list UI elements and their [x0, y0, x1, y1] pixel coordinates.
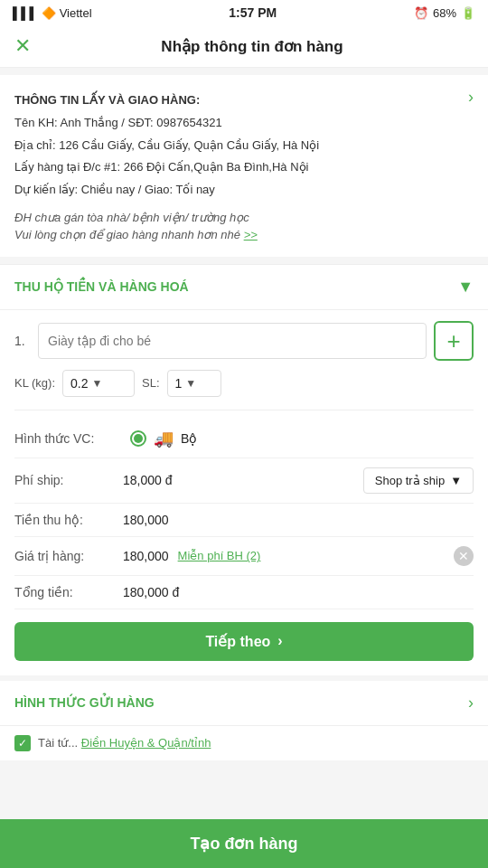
tiep-theo-button[interactable]: Tiếp theo › — [14, 622, 474, 661]
tien-thu-ho-value: 180,000 — [123, 513, 169, 527]
address-note-text: ĐH chưa gán tòa nhà/ bệnh viện/ trường h… — [14, 211, 249, 224]
partial-link[interactable]: Điền Huyện & Quận/tỉnh — [81, 736, 211, 750]
battery-label: 68% — [433, 6, 456, 20]
tong-tien-label: Tổng tiền: — [14, 585, 123, 599]
page-header: ✕ Nhập thông tin đơn hàng — [0, 25, 488, 68]
gui-hang-expand-icon[interactable]: › — [468, 693, 474, 712]
tong-tien-row: Tổng tiền: 180,000 đ — [14, 576, 474, 609]
address-note-sub: Vui lòng chọn để giao hàng nhanh hơn nhé — [14, 228, 240, 241]
tong-tien-value: 180,000 đ — [123, 585, 179, 599]
gia-tri-hang-label: Giá trị hàng: — [14, 549, 123, 563]
thu-ho-title: THU HỘ TIỀN VÀ HÀNG HOÁ — [14, 279, 189, 294]
customer-name: Tên KH: Anh Thắng / SĐT: 0987654321 — [14, 114, 319, 133]
shop-tra-ship-button[interactable]: Shop trả ship ▼ — [363, 467, 474, 494]
gui-hang-title: HÌNH THỨC GỬI HÀNG — [14, 695, 155, 710]
delivery-expand-icon[interactable]: › — [468, 88, 474, 107]
address-note: ĐH chưa gán tòa nhà/ bệnh viện/ trường h… — [14, 209, 474, 244]
vc-radio[interactable] — [130, 430, 146, 447]
status-time: 1:57 PM — [229, 5, 277, 20]
item-number: 1. — [14, 334, 31, 348]
carrier-label: Viettel — [60, 6, 92, 20]
partial-text: Tài tứ... Điền Huyện & Quận/tỉnh — [38, 736, 211, 750]
delivery-info-card: THÔNG TIN LẤY VÀ GIAO HÀNG: Tên KH: Anh … — [0, 75, 488, 257]
truck-icon: 🚚 — [154, 429, 174, 448]
tien-thu-ho-label: Tiền thu hộ: — [14, 513, 123, 527]
pickup-address: Lấy hàng tại Đ/c #1: 266 Đội Cấn,Quận Ba… — [14, 158, 319, 177]
vc-radio-inner — [134, 434, 143, 443]
add-item-button[interactable]: + — [434, 321, 474, 361]
sl-select[interactable]: 1 ▼ — [167, 370, 221, 397]
address-note-link[interactable]: >> — [244, 228, 258, 241]
mien-phi-bh-link[interactable]: Miễn phí BH (2) — [178, 549, 261, 562]
phi-ship-row: Phí ship: 18,000 đ Shop trả ship ▼ — [14, 458, 474, 504]
thu-ho-chevron-icon[interactable]: ▼ — [457, 278, 474, 297]
phi-ship-label: Phí ship: — [14, 473, 123, 487]
checkmark-icon: ✓ — [18, 737, 27, 750]
gia-tri-close-button[interactable]: ✕ — [454, 546, 474, 566]
status-bar: ▌▌▌ 🔶 Viettel 1:57 PM ⏰ 68% 🔋 — [0, 0, 488, 25]
gia-tri-hang-row: Giá trị hàng: 180,000 Miễn phí BH (2) ✕ — [14, 537, 474, 576]
sl-dropdown-icon: ▼ — [185, 377, 196, 390]
wifi-icon: 🔶 — [42, 6, 56, 20]
signal-icon: ▌▌▌ — [13, 6, 38, 20]
kl-select[interactable]: 0.2 ▼ — [62, 370, 135, 397]
thu-ho-section-header[interactable]: THU HỘ TIỀN VÀ HÀNG HOÁ ▼ — [0, 264, 488, 310]
customer-address: Địa chỉ: 126 Cầu Giấy, Cầu Giấy, Quận Cầ… — [14, 137, 319, 156]
tiep-theo-label: Tiếp theo — [205, 633, 270, 650]
vc-value: Bộ — [181, 431, 197, 446]
vc-row: Hình thức VC: 🚚 Bộ — [14, 420, 474, 458]
item-name-input[interactable] — [38, 323, 427, 359]
page-title: Nhập thông tin đơn hàng — [31, 37, 474, 56]
status-right: ⏰ 68% 🔋 — [414, 6, 475, 20]
item-section: 1. + KL (kg): 0.2 ▼ SL: 1 ▼ Hình thức VC… — [0, 310, 488, 675]
item-row-1: 1. + — [14, 321, 474, 361]
tiep-theo-icon: › — [277, 633, 282, 649]
delivery-details: THÔNG TIN LẤY VÀ GIAO HÀNG: Tên KH: Anh … — [14, 88, 319, 200]
bottom-bar: Tạo đơn hàng — [0, 819, 488, 868]
kl-value: 0.2 — [70, 376, 88, 391]
status-carrier: ▌▌▌ 🔶 Viettel — [13, 6, 92, 20]
partial-row: ✓ Tài tứ... Điền Huyện & Quận/tỉnh — [0, 725, 488, 760]
sl-value: 1 — [175, 376, 183, 391]
shop-tra-ship-arrow-icon: ▼ — [450, 474, 462, 487]
kl-label: KL (kg): — [14, 376, 55, 390]
kl-sl-row: KL (kg): 0.2 ▼ SL: 1 ▼ — [14, 370, 474, 397]
tao-don-hang-button[interactable]: Tạo đơn hàng — [14, 834, 474, 854]
alarm-icon: ⏰ — [414, 6, 428, 20]
phi-ship-value: 18,000 đ — [123, 473, 173, 487]
schedule-info: Dự kiến lấy: Chiều nay / Giao: Tối nay — [14, 181, 319, 200]
delivery-title: THÔNG TIN LẤY VÀ GIAO HÀNG: — [14, 91, 319, 110]
gia-tri-hang-value: 180,000 — [123, 549, 169, 563]
divider — [14, 410, 474, 410]
sl-label: SL: — [142, 376, 160, 390]
checkbox-icon[interactable]: ✓ — [14, 735, 31, 751]
shop-tra-ship-label: Shop trả ship — [375, 474, 445, 487]
kl-dropdown-icon: ▼ — [92, 377, 103, 390]
battery-icon: 🔋 — [461, 6, 475, 20]
gui-hang-section-header[interactable]: HÌNH THỨC GỬI HÀNG › — [0, 675, 488, 725]
tien-thu-ho-row: Tiền thu hộ: 180,000 — [14, 504, 474, 537]
close-button[interactable]: ✕ — [14, 36, 31, 56]
vc-label: Hình thức VC: — [14, 431, 123, 446]
